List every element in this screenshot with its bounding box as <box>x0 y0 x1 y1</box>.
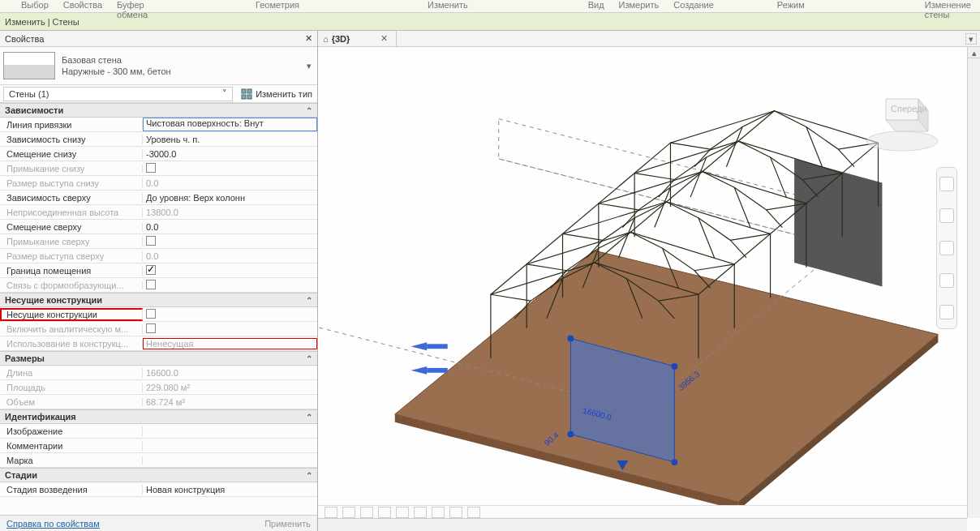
checkbox-icon <box>146 280 156 289</box>
collapse-icon: ⌃ <box>306 354 312 363</box>
row-binding-line[interactable]: Линия привязкиЧистовая поверхность: Внут <box>0 118 317 132</box>
cat-stages[interactable]: Стадии⌃ <box>0 468 317 482</box>
maximize-icon[interactable]: ▾ <box>965 33 977 45</box>
row-stage-created[interactable]: Стадия возведенияНовая конструкция <box>0 482 317 497</box>
row-unconn-height: Неприсоединенная высота13800.0 <box>0 205 317 220</box>
chevron-down-icon[interactable]: ▾ <box>304 61 314 71</box>
collapse-icon: ⌃ <box>306 106 312 115</box>
selection-counter-row: Стены (1) ˅ Изменить тип <box>0 85 317 103</box>
properties-help-link[interactable]: Справка по свойствам <box>6 519 100 529</box>
nav-pan-icon[interactable] <box>939 208 954 223</box>
close-icon[interactable]: ✕ <box>380 33 388 44</box>
collapse-icon: ⌃ <box>306 296 312 305</box>
tab-3d[interactable]: ⌂ {3D} ✕ <box>318 31 397 46</box>
shadows-button[interactable] <box>396 507 409 518</box>
home-icon: ⌂ <box>323 34 329 44</box>
svg-text:Спереди: Спереди <box>891 104 927 113</box>
svg-rect-3 <box>247 95 251 99</box>
checkbox-icon <box>146 163 156 173</box>
row-top-ext: Размер выступа сверху0.0 <box>0 249 317 263</box>
3d-scene[interactable]: 16600.0 90.4 3956.3 Спереди <box>318 47 967 518</box>
svg-point-18 <box>567 335 574 341</box>
crop-button[interactable] <box>414 507 427 518</box>
visual-style-button[interactable] <box>360 507 373 518</box>
type-lines: Базовая стена Наружные - 300 мм, бетон <box>62 54 304 77</box>
row-top-constraint[interactable]: Зависимость сверхуДо уровня: Верх колонн <box>0 191 317 205</box>
view-cube[interactable]: Спереди <box>862 88 943 152</box>
row-base-attach: Примыкание снизу <box>0 161 317 176</box>
view-control-bar <box>318 505 967 518</box>
selection-filter-label: Стены (1) <box>9 89 49 99</box>
cat-dimensions[interactable]: Размеры⌃ <box>0 351 317 366</box>
nav-look-icon[interactable] <box>939 305 954 319</box>
tab-3d-label: {3D} <box>332 34 350 44</box>
row-image[interactable]: Изображение <box>0 424 317 439</box>
collapse-icon: ⌃ <box>306 413 312 422</box>
type-selector[interactable]: Базовая стена Наружные - 300 мм, бетон ▾ <box>0 47 317 85</box>
row-mass-link: Связь с формообразующи... <box>0 278 317 293</box>
edit-type-label: Изменить тип <box>256 89 312 99</box>
type-thumbnail <box>3 52 55 79</box>
viewport: ⌂ {3D} ✕ ▾ <box>318 31 980 531</box>
selection-filter-dropdown[interactable]: Стены (1) ˅ <box>3 87 233 101</box>
svg-line-12 <box>595 111 775 263</box>
svg-marker-23 <box>410 366 427 375</box>
row-base-constraint[interactable]: Зависимость снизуУровень ч. п. <box>0 132 317 147</box>
svg-rect-22 <box>427 344 448 349</box>
apply-button[interactable]: Применить <box>264 519 311 529</box>
row-volume: Объем68.724 м³ <box>0 395 317 409</box>
temp-hide-button[interactable] <box>449 507 462 518</box>
rg-create: Создание <box>670 0 717 12</box>
scroll-up-icon[interactable]: ▴ <box>968 47 980 58</box>
type-family: Базовая стена <box>62 54 304 66</box>
svg-rect-2 <box>242 95 246 99</box>
properties-panel: Свойства ✕ Базовая стена Наружные - 300 … <box>0 31 318 531</box>
row-struct-usage: Использование в конструкц...Ненесущая <box>0 336 317 351</box>
cat-structural[interactable]: Несущие конструкции⌃ <box>0 293 317 307</box>
cat-identity[interactable]: Идентификация⌃ <box>0 409 317 424</box>
nav-wheel-icon[interactable] <box>939 177 954 191</box>
sun-path-button[interactable] <box>378 507 391 518</box>
properties-footer: Справка по свойствам Применить <box>0 515 317 531</box>
svg-marker-7 <box>794 159 882 287</box>
checkbox-icon[interactable] <box>146 309 156 319</box>
scale-button[interactable] <box>325 507 337 518</box>
svg-rect-1 <box>247 89 251 93</box>
viewport-vscroll[interactable]: ▴ <box>967 47 980 518</box>
rg-props: Свойства <box>60 0 105 12</box>
crop-visible-button[interactable] <box>432 507 445 518</box>
edit-type-button[interactable]: Изменить тип <box>236 88 317 100</box>
nav-bar[interactable] <box>936 167 957 329</box>
collapse-icon: ⌃ <box>306 471 312 480</box>
ribbon-groups: Выбор Свойства Буфер обмена Геометрия Из… <box>0 0 980 13</box>
checkbox-icon <box>146 323 156 333</box>
rg-mode: Режим <box>774 0 808 12</box>
row-comments[interactable]: Комментарии <box>0 439 317 453</box>
reveal-button[interactable] <box>467 507 480 518</box>
viewport-hscroll[interactable] <box>318 518 967 531</box>
row-structural[interactable]: Несущие конструкции <box>0 307 317 322</box>
row-length: Длина16600.0 <box>0 366 317 380</box>
rg-wall: Изменение стены <box>922 0 980 12</box>
row-mark[interactable]: Марка <box>0 453 317 468</box>
context-title: Изменить | Стены <box>5 17 80 27</box>
svg-point-17 <box>671 459 677 465</box>
cat-dependencies[interactable]: Зависимости⌃ <box>0 103 317 118</box>
close-icon[interactable]: ✕ <box>305 33 312 44</box>
nav-zoom-icon[interactable] <box>939 241 954 255</box>
row-room-bound[interactable]: Граница помещения <box>0 263 317 278</box>
edit-type-icon <box>241 88 252 100</box>
rg-edit: Изменить <box>424 0 471 12</box>
checkbox-icon[interactable] <box>146 265 156 275</box>
chevron-down-icon: ˅ <box>222 88 227 99</box>
row-base-offset[interactable]: Смещение снизу-3000.0 <box>0 147 317 161</box>
row-enable-analytical: Включить аналитическую м... <box>0 322 317 336</box>
svg-rect-24 <box>427 368 448 373</box>
rg-meas: Измерить <box>616 0 663 12</box>
nav-orbit-icon[interactable] <box>939 273 954 288</box>
detail-level-button[interactable] <box>342 507 355 518</box>
row-area: Площадь229.080 м² <box>0 380 317 395</box>
row-base-ext: Размер выступа снизу0.0 <box>0 176 317 191</box>
row-top-offset[interactable]: Смещение сверху0.0 <box>0 220 317 234</box>
svg-point-16 <box>567 431 574 438</box>
